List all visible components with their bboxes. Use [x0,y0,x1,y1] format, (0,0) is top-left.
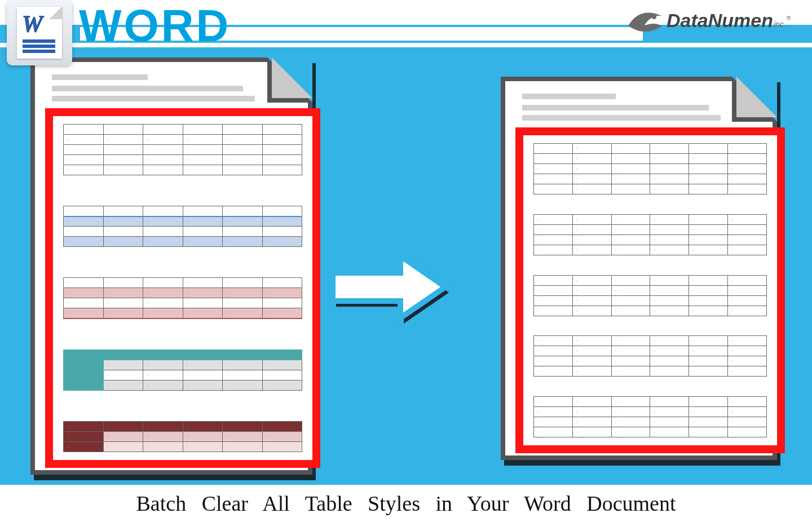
mini-table [533,275,767,316]
svg-point-0 [652,15,656,19]
header: W WORD DataNumen inc. ® [0,0,812,47]
mini-table [533,396,767,437]
svg-text:®: ® [787,15,791,21]
word-title: WORD [79,0,231,52]
word-icon-lines [23,38,55,53]
highlight-frame-right [515,127,785,453]
styled-tables-container [63,124,302,452]
mini-table [63,124,302,175]
highlight-frame-left [45,108,320,468]
mini-table [533,335,767,377]
word-icon-page: W [17,7,62,59]
result-document [501,77,777,460]
word-app-icon: W [7,0,72,65]
mini-table [63,421,302,452]
word-icon-letter: W [21,10,42,37]
mini-table [533,143,767,194]
arrow-icon [333,256,457,335]
plain-tables-container [533,143,767,437]
datanumen-logo: DataNumen inc. ® [623,3,803,43]
caption-text: Batch Clear All Table Styles in Your Wor… [0,485,812,522]
swoosh-icon [628,12,662,32]
source-document [30,57,312,475]
mini-table [63,277,302,319]
mini-table [533,214,767,255]
main-area [0,47,812,485]
mini-table [63,350,302,391]
brand-suffix-text: inc. [774,20,786,29]
mini-table [63,206,302,247]
brand-main-text: DataNumen [667,10,773,31]
